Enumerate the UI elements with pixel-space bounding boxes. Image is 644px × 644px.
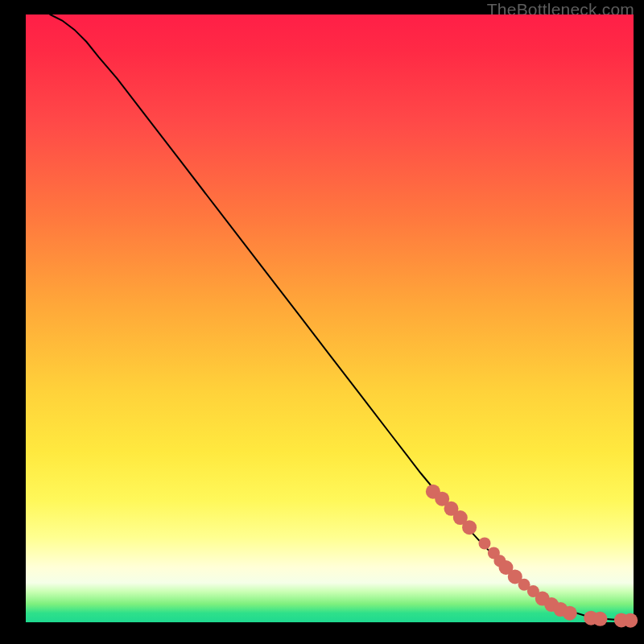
data-point bbox=[479, 537, 491, 549]
plot-area bbox=[26, 14, 634, 622]
data-point bbox=[593, 612, 608, 626]
data-point bbox=[462, 520, 477, 535]
dots-group bbox=[426, 485, 638, 628]
data-point bbox=[563, 606, 577, 621]
data-point bbox=[623, 613, 638, 628]
curve-line bbox=[50, 14, 627, 621]
chart-frame: TheBottleneck.com bbox=[0, 0, 644, 644]
chart-svg bbox=[26, 14, 634, 622]
